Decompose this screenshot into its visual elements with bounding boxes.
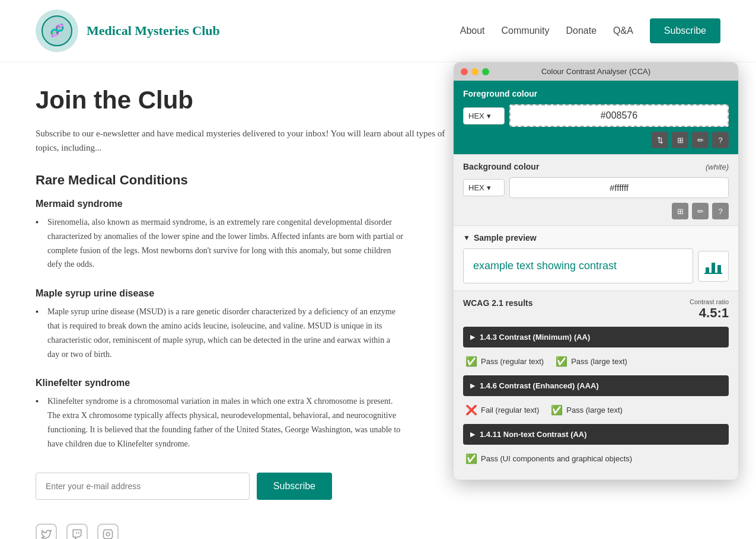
navbar: 🧬 Medical Mysteries Club About Community… xyxy=(0,0,756,62)
condition-klinefelter-desc: Klinefelter syndrome is a chromosomal va… xyxy=(36,394,403,451)
sample-preview-section: ▼ Sample preview example text showing co… xyxy=(454,225,738,291)
svg-rect-6 xyxy=(717,265,721,273)
criterion-1-4-6[interactable]: ▶ 1.4.6 Contrast (Enhanced) (AAA) xyxy=(463,375,729,396)
contrast-value: 4.5:1 xyxy=(690,305,729,321)
bg-adjust-button[interactable]: ⊞ xyxy=(672,203,688,219)
bg-label: Background colour xyxy=(463,162,539,171)
criterion-1-4-11-ui: ✅ Pass (UI components and graphical obje… xyxy=(465,453,632,464)
criterion-1-4-11-arrow: ▶ xyxy=(470,430,475,438)
fg-label: Foreground colour xyxy=(463,89,729,98)
instagram-icon[interactable] xyxy=(97,524,119,539)
nav-qa[interactable]: Q&A xyxy=(613,25,633,36)
fg-input-row: HEX ▾ #008576 xyxy=(463,104,729,127)
fail-icon-1: ❌ xyxy=(465,404,477,416)
results-header: WCAG 2.1 results Contrast ratio 4.5:1 xyxy=(463,298,729,321)
preview-header: ▼ Sample preview xyxy=(463,233,729,243)
criterion-1-4-3-large-label: Pass (large text) xyxy=(571,357,627,366)
fg-format-value: HEX xyxy=(468,111,484,120)
bg-help-button[interactable]: ? xyxy=(712,203,729,219)
nav-about[interactable]: About xyxy=(460,25,485,36)
cca-title: Colour Contrast Analyser (CCA) xyxy=(541,67,650,76)
criterion-1-4-6-title: 1.4.6 Contrast (Enhanced) (AAA) xyxy=(480,381,599,390)
svg-rect-5 xyxy=(712,263,715,273)
condition-mermaid-desc: Sirenomelia, also known as mermaid syndr… xyxy=(36,215,403,272)
pass-icon-3: ✅ xyxy=(551,404,563,416)
fg-adjust-button[interactable]: ⊞ xyxy=(672,132,688,148)
nav-subscribe-button[interactable]: Subscribe xyxy=(650,18,720,43)
svg-rect-4 xyxy=(706,267,709,273)
preview-chart[interactable] xyxy=(698,251,729,282)
pass-icon-2: ✅ xyxy=(556,356,567,367)
criterion-1-4-11-title: 1.4.11 Non-text Contrast (AA) xyxy=(480,430,587,439)
intro-text: Subscribe to our e-newsletter and have m… xyxy=(36,126,462,155)
fg-format-select[interactable]: HEX ▾ xyxy=(463,107,505,125)
criterion-1-4-11-ui-label: Pass (UI components and graphical object… xyxy=(481,454,632,463)
logo-text: Medical Mysteries Club xyxy=(87,23,220,39)
bg-hex-input[interactable]: #ffffff xyxy=(509,177,729,198)
contrast-box: Contrast ratio 4.5:1 xyxy=(690,298,729,321)
bg-format-select[interactable]: HEX ▾ xyxy=(463,179,505,196)
cca-window-controls xyxy=(461,68,489,75)
preview-box: example text showing contrast xyxy=(463,248,729,283)
criterion-1-4-3-regular-label: Pass (regular text) xyxy=(481,357,544,366)
twitter-icon[interactable] xyxy=(36,524,57,539)
contrast-label: Contrast ratio xyxy=(690,298,729,305)
bg-tools: ⊞ ✏ ? xyxy=(463,203,729,219)
pass-icon-4: ✅ xyxy=(465,453,477,464)
nav-community[interactable]: Community xyxy=(502,25,550,36)
fg-eyedropper-button[interactable]: ✏ xyxy=(692,132,709,148)
criterion-1-4-6-results: ❌ Fail (regular text) ✅ Pass (large text… xyxy=(463,401,729,419)
fg-help-button[interactable]: ? xyxy=(712,132,729,148)
fg-hex-input[interactable]: #008576 xyxy=(509,104,729,127)
subscribe-button[interactable]: Subscribe xyxy=(257,473,332,500)
bg-chevron-icon: ▾ xyxy=(487,183,491,192)
preview-label: Sample preview xyxy=(474,233,537,243)
criterion-1-4-3-title: 1.4.3 Contrast (Minimum) (AA) xyxy=(480,333,590,342)
criterion-1-4-3-results: ✅ Pass (regular text) ✅ Pass (large text… xyxy=(463,352,729,371)
criterion-1-4-3-arrow: ▶ xyxy=(470,333,475,341)
nav-donate[interactable]: Donate xyxy=(566,25,596,36)
criterion-1-4-3-regular: ✅ Pass (regular text) xyxy=(465,356,544,367)
close-dot[interactable] xyxy=(461,68,468,75)
main-content: Join the Club Subscribe to our e-newslet… xyxy=(0,62,756,539)
svg-rect-2 xyxy=(104,530,113,538)
fg-swap-button[interactable]: ⇅ xyxy=(652,132,668,148)
preview-text: example text showing contrast xyxy=(463,248,693,283)
foreground-section: Foreground colour HEX ▾ #008576 ⇅ ⊞ ✏ ? xyxy=(454,81,738,154)
social-icons xyxy=(36,524,720,539)
criterion-1-4-6-large: ✅ Pass (large text) xyxy=(551,404,623,416)
fg-chevron-icon: ▾ xyxy=(487,111,491,120)
criterion-1-4-6-large-label: Pass (large text) xyxy=(566,406,623,414)
twitch-icon[interactable] xyxy=(66,524,88,539)
condition-maple-desc: Maple syrup urine disease (MSUD) is a ra… xyxy=(36,305,403,361)
fg-tools: ⇅ ⊞ ✏ ? xyxy=(463,132,729,148)
criterion-1-4-6-regular: ❌ Fail (regular text) xyxy=(465,404,539,416)
maximize-dot[interactable] xyxy=(482,68,489,75)
criterion-1-4-3-large: ✅ Pass (large text) xyxy=(556,356,627,367)
bg-format-value: HEX xyxy=(468,183,484,192)
criterion-1-4-6-regular-label: Fail (regular text) xyxy=(481,406,539,414)
criterion-1-4-6-arrow: ▶ xyxy=(470,382,475,390)
svg-text:🧬: 🧬 xyxy=(50,23,65,37)
email-form: Subscribe xyxy=(36,473,332,500)
cca-window: Colour Contrast Analyser (CCA) Foregroun… xyxy=(454,62,738,480)
criterion-1-4-11[interactable]: ▶ 1.4.11 Non-text Contrast (AA) xyxy=(463,424,729,445)
logo-image: 🧬 xyxy=(36,9,78,52)
email-input[interactable] xyxy=(36,473,250,500)
criterion-1-4-11-results: ✅ Pass (UI components and graphical obje… xyxy=(463,449,729,468)
minimize-dot[interactable] xyxy=(471,68,479,75)
bg-input-row: HEX ▾ #ffffff xyxy=(463,177,729,198)
pass-icon-1: ✅ xyxy=(465,356,477,367)
chart-icon xyxy=(704,257,723,276)
bg-header: Background colour (white) xyxy=(463,162,729,171)
nav-links: About Community Donate Q&A Subscribe xyxy=(460,18,720,43)
wcag-results-section: WCAG 2.1 results Contrast ratio 4.5:1 ▶ … xyxy=(454,291,738,480)
bg-eyedropper-button[interactable]: ✏ xyxy=(692,203,709,219)
logo: 🧬 Medical Mysteries Club xyxy=(36,9,220,52)
preview-toggle-icon[interactable]: ▼ xyxy=(463,234,470,242)
cca-body: Foreground colour HEX ▾ #008576 ⇅ ⊞ ✏ ? xyxy=(454,81,738,480)
cca-titlebar: Colour Contrast Analyser (CCA) xyxy=(454,62,738,81)
wcag-label: WCAG 2.1 results xyxy=(463,298,532,308)
background-section: Background colour (white) HEX ▾ #ffffff … xyxy=(454,154,738,225)
criterion-1-4-3[interactable]: ▶ 1.4.3 Contrast (Minimum) (AA) xyxy=(463,327,729,347)
